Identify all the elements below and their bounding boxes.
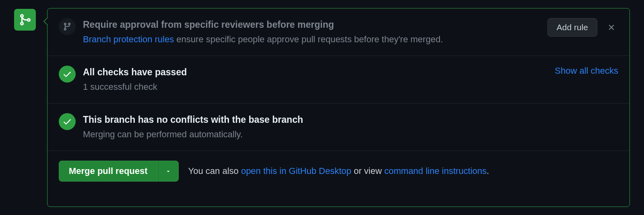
- conflicts-title: This branch has no conflicts with the ba…: [83, 113, 618, 126]
- footer-prefix: You can also: [188, 166, 241, 176]
- branch-protection-suggestion: Require approval from specific reviewers…: [47, 8, 630, 56]
- check-icon: [62, 117, 72, 126]
- suggestion-desc-text: ensure specific people approve pull requ…: [174, 34, 443, 44]
- merge-pull-request-button[interactable]: Merge pull request: [59, 161, 158, 182]
- caret-down-icon: [165, 168, 171, 174]
- conflicts-status-icon-wrap: [59, 113, 76, 130]
- git-branch-icon: [63, 22, 72, 31]
- conflicts-subtitle: Merging can be performed automatically.: [83, 128, 618, 141]
- merge-status-box: Require approval from specific reviewers…: [47, 8, 630, 207]
- conflicts-status-section: This branch has no conflicts with the ba…: [47, 103, 630, 151]
- suggestion-content: Require approval from specific reviewers…: [83, 18, 539, 46]
- checks-subtitle: 1 successful check: [83, 81, 547, 93]
- git-merge-icon: [19, 13, 31, 26]
- merge-button-group: Merge pull request: [59, 161, 179, 182]
- command-line-instructions-link[interactable]: command line instructions: [384, 166, 487, 176]
- dismiss-suggestion-button[interactable]: [605, 21, 618, 34]
- close-icon: [607, 23, 616, 32]
- checks-actions: Show all checks: [555, 66, 618, 76]
- merge-footer-text: You can also open this in GitHub Desktop…: [188, 166, 489, 176]
- open-github-desktop-link[interactable]: open this in GitHub Desktop: [241, 166, 351, 176]
- suggestion-actions: Add rule: [547, 18, 618, 37]
- suggestion-title: Require approval from specific reviewers…: [83, 18, 539, 31]
- checks-content: All checks have passed 1 successful chec…: [83, 66, 547, 93]
- merge-footer: Merge pull request You can also open thi…: [47, 151, 630, 191]
- checks-status-section: All checks have passed 1 successful chec…: [47, 56, 630, 103]
- add-rule-button[interactable]: Add rule: [547, 18, 597, 37]
- suggestion-description: Branch protection rules ensure specific …: [83, 33, 539, 46]
- footer-middle: or view: [351, 166, 384, 176]
- show-all-checks-link[interactable]: Show all checks: [555, 66, 618, 76]
- conflicts-content: This branch has no conflicts with the ba…: [83, 113, 618, 141]
- checks-status-icon-wrap: [59, 66, 76, 83]
- merge-options-dropdown[interactable]: [158, 161, 179, 182]
- checks-title: All checks have passed: [83, 66, 547, 79]
- branch-protection-link[interactable]: Branch protection rules: [83, 34, 174, 44]
- branch-rule-icon-wrap: [59, 18, 76, 35]
- timeline-merge-badge: [14, 9, 36, 31]
- check-icon: [62, 69, 72, 79]
- footer-suffix: .: [487, 166, 489, 176]
